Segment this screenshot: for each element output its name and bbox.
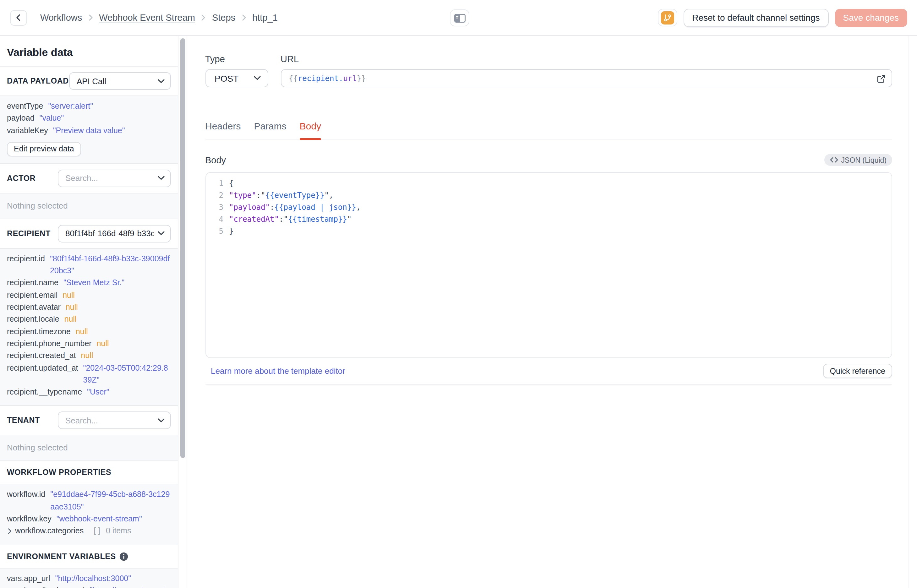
variable-key: recipient.created_at [7,350,76,362]
breadcrumb-workflows[interactable]: Workflows [40,13,82,23]
variable-key: recipient.name [7,277,58,289]
line-number: 4 [206,213,229,226]
template-code-editor[interactable]: 1{2"type": "{{eventType}}",3"payload": {… [205,172,892,358]
main-scrollbar-track [909,36,917,588]
type-field: Type POST [205,54,268,87]
data-payload-select[interactable]: API Call [69,72,171,90]
code-token: "payload" [229,202,270,213]
variable-value: null [97,338,109,350]
info-icon[interactable] [120,552,129,561]
code-token: " [283,213,288,226]
app-window: Workflows Webhook Event Stream Steps htt… [0,0,917,588]
workflow-categories-row[interactable]: workflow.categories [ ] 0 items [7,525,171,538]
code-token: " [325,190,329,202]
workflow-rows: workflow.id"e91ddae4-7f99-45cb-a688-3c12… [7,489,171,525]
toggle-sidebar-button[interactable] [450,10,469,26]
tenant-search-placeholder: Search... [65,416,154,425]
variable-row: recipient.avatarnull [7,302,171,314]
variable-key: recipient.updated_at [7,362,78,375]
variable-key: recipient.avatar [7,302,61,314]
variable-value: null [63,289,75,302]
variable-value: "Steven Metz Sr." [63,277,124,289]
breadcrumb-steps[interactable]: Steps [212,13,235,23]
breadcrumb-workflow-name[interactable]: Webhook Event Stream [99,13,195,23]
external-link-icon[interactable] [877,74,886,84]
variable-key: workflow.id [7,489,45,501]
code-token: { [229,178,233,190]
variable-row: recipient.phone_numbernull [7,338,171,350]
variable-value: null [76,326,88,338]
code-token: {{timestamp}} [288,213,347,226]
variable-value: null [66,302,78,314]
chevron-down-icon [158,79,165,83]
variable-row: recipient.timezonenull [7,326,171,338]
tab-headers[interactable]: Headers [205,121,241,139]
learn-more-link[interactable]: Learn more about the template editor [211,366,345,376]
tenant-empty-section: Nothing selected [0,436,178,461]
variable-row: recipient.id"80f1f4bf-166d-48f9-b33c-390… [7,253,171,277]
breadcrumb: Workflows Webhook Event Stream Steps htt… [40,13,278,23]
http-method-select[interactable]: POST [205,69,268,87]
tenant-label: TENANT [7,416,40,425]
recipient-selected-value: 80f1f4bf-166d-48f9-b33c [65,229,154,238]
workflow-values-section: workflow.id"e91ddae4-7f99-45cb-a688-3c12… [0,485,178,545]
edit-preview-data-button[interactable]: Edit preview data [7,142,81,157]
recipient-label: RECIPIENT [7,229,50,238]
tenant-row: TENANT Search... [0,406,178,436]
code-line: 1{ [206,178,891,190]
variable-key: vars.app_url [7,573,50,585]
environment-values-section: vars.app_url"http://localhost:3000"vars.… [0,568,178,588]
recipient-row: RECIPIENT 80f1f4bf-166d-48f9-b33c [0,219,178,249]
data-payload-label: DATA PAYLOAD [7,77,69,86]
step-editor-main: Type POST URL {{recipient.url}} [187,36,917,588]
chevron-down-icon [158,231,165,236]
code-token: , [356,202,361,213]
variable-value: null [65,314,77,326]
workflow-categories-count: 0 items [106,525,131,538]
breadcrumb-separator-icon [242,15,246,21]
code-token: : [270,202,274,213]
url-input[interactable]: {{recipient.url}} [281,69,892,87]
back-button[interactable] [10,10,27,26]
quick-reference-button[interactable]: Quick reference [823,364,892,378]
environment-rows: vars.app_url"http://localhost:3000"vars.… [7,573,171,588]
tab-body[interactable]: Body [300,121,321,139]
breadcrumb-step-key: http_1 [252,13,278,23]
variable-data-sidebar: Variable data DATA PAYLOAD API Call even… [0,36,178,588]
variable-value: "server:alert" [48,100,93,113]
variable-key: payload [7,113,35,125]
variable-row: workflow.key"webhook-event-stream" [7,513,171,525]
code-token: "createdAt" [229,213,279,226]
variable-value: "User" [87,386,109,399]
save-changes-button: Save changes [835,8,907,27]
body-panel-header: Body JSON (Liquid) [205,154,892,166]
tenant-search-select[interactable]: Search... [58,412,171,430]
actor-search-select[interactable]: Search... [58,170,171,187]
variable-key: recipient.id [7,253,45,265]
tab-params[interactable]: Params [254,121,286,139]
language-badge: JSON (Liquid) [824,154,892,166]
commit-changes-button[interactable] [657,9,677,26]
variable-key: eventType [7,100,43,113]
chevron-left-icon [14,13,23,22]
variable-key: recipient.__typename [7,386,82,399]
variable-row: eventType"server:alert" [7,100,171,113]
chevron-down-icon [158,418,165,423]
sidebar-scrollbar-thumb[interactable] [180,38,185,458]
recipient-select[interactable]: 80f1f4bf-166d-48f9-b33c [58,225,171,242]
code-token: " [347,213,352,226]
reset-channel-settings-button[interactable]: Reset to default channel settings [683,8,828,27]
variable-key: workflow.key [7,513,52,525]
url-field: URL {{recipient.url}} [281,54,892,87]
variable-row: payload"value" [7,113,171,125]
type-label: Type [205,54,268,64]
expand-chevron-icon [8,529,12,534]
editor-footer: Learn more about the template editor Qui… [205,358,892,384]
variable-value: "value" [40,113,64,125]
line-number: 5 [206,226,229,237]
language-badge-text: JSON (Liquid) [841,156,886,164]
environment-variables-header: ENVIRONMENT VARIABLES [0,545,178,568]
code-token: "type" [229,190,256,202]
code-line: 5} [206,226,891,237]
content-row: Variable data DATA PAYLOAD API Call even… [0,36,917,588]
